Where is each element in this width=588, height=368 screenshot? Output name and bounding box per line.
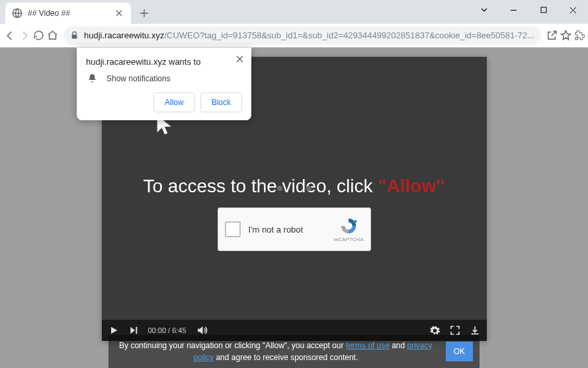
extensions-icon[interactable]: [574, 26, 585, 45]
url-text: hudji.racareewitu.xyz/CUWEO?tag_id=91375…: [84, 30, 534, 40]
url-host: hudji.racareewitu.xyz: [84, 30, 164, 40]
browser-toolbar: hudji.racareewitu.xyz/CUWEO?tag_id=91375…: [0, 24, 588, 48]
loading-dots: [277, 186, 312, 191]
tab-close-icon[interactable]: [114, 8, 124, 18]
window-titlebar: ## Video ##: [0, 0, 588, 24]
new-tab-button[interactable]: [135, 4, 153, 22]
recaptcha-brand: reCAPTCHA: [333, 237, 363, 242]
browser-tab[interactable]: ## Video ##: [5, 3, 131, 24]
bell-icon: [87, 73, 97, 83]
globe-icon: [12, 8, 22, 18]
download-icon[interactable]: [470, 325, 480, 336]
lock-icon: [70, 31, 79, 40]
consent-ok-button[interactable]: OK: [446, 342, 473, 361]
fullscreen-icon[interactable]: [450, 325, 460, 336]
settings-gear-icon[interactable]: [429, 325, 441, 336]
play-icon[interactable]: [108, 325, 119, 336]
prompt-close-icon[interactable]: [233, 53, 246, 65]
tab-title: ## Video ##: [28, 9, 108, 18]
allow-button[interactable]: Allow: [153, 92, 195, 112]
share-icon[interactable]: [546, 26, 558, 45]
video-message-prefix: To access to the video, click: [143, 176, 378, 196]
recaptcha-checkbox[interactable]: [225, 221, 241, 237]
prompt-permission-label: Show notifications: [106, 74, 171, 83]
close-window-icon[interactable]: [558, 0, 588, 20]
recaptcha-label: I'm not a robot: [249, 225, 326, 235]
recaptcha-icon: [339, 217, 358, 235]
forward-button: [19, 26, 30, 45]
recaptcha-logo: reCAPTCHA: [333, 217, 363, 242]
prompt-header: hudji.racareewitu.xyz wants to: [86, 57, 242, 67]
maximize-icon[interactable]: [528, 0, 558, 20]
url-path: /CUWEO?tag_id=913758&sub_id1=&sub_id2=42…: [164, 30, 534, 40]
bookmark-icon[interactable]: [560, 26, 571, 45]
notification-permission-prompt: hudji.racareewitu.xyz wants to Show noti…: [77, 48, 251, 120]
next-icon[interactable]: [128, 325, 139, 336]
consent-text: By continuing your navigation or clickin…: [115, 340, 437, 363]
minimize-icon[interactable]: [499, 0, 528, 20]
terms-link[interactable]: terms of use: [346, 341, 390, 350]
window-controls: [469, 0, 588, 20]
block-button[interactable]: Block: [200, 92, 242, 112]
video-time: 00:00 / 6:45: [148, 326, 187, 334]
svg-rect-1: [541, 7, 546, 13]
page-content: To access to the video, click "Allow" I'…: [0, 48, 588, 368]
consent-bar: By continuing your navigation or clickin…: [108, 335, 480, 368]
reload-button[interactable]: [33, 26, 44, 45]
back-button[interactable]: [4, 26, 16, 45]
address-bar[interactable]: hudji.racareewitu.xyz/CUWEO?tag_id=91375…: [63, 26, 541, 45]
recaptcha-widget: I'm not a robot reCAPTCHA: [218, 207, 371, 251]
video-message-allow: "Allow": [378, 176, 444, 196]
home-button[interactable]: [47, 26, 58, 45]
chrome-caret-icon[interactable]: [469, 0, 499, 20]
